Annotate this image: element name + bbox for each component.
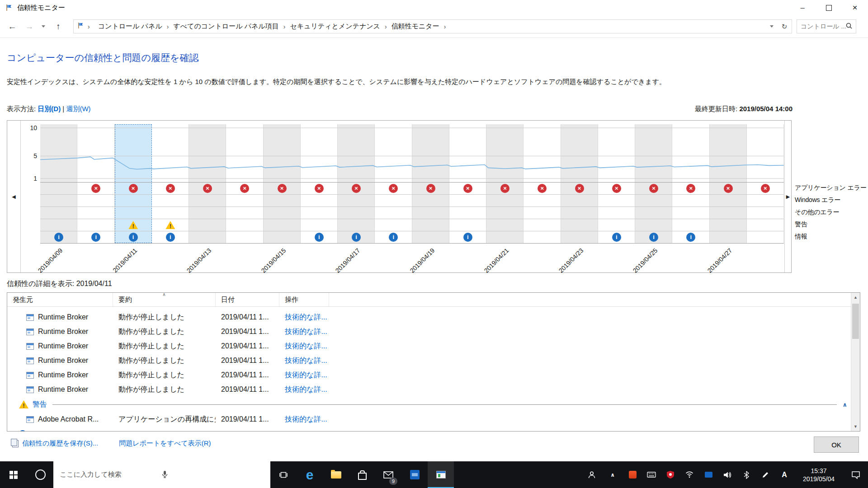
action-link[interactable]: 技術的な詳... — [279, 327, 329, 337]
chart-day-column[interactable] — [672, 124, 709, 243]
chart-day-column[interactable] — [189, 124, 226, 243]
view-daily-link[interactable]: 日別(D) — [38, 105, 61, 113]
control-panel-search-box[interactable]: コントロール ... — [797, 19, 856, 33]
refresh-button[interactable]: ↻ — [778, 20, 791, 33]
chart-day-column[interactable] — [40, 124, 77, 243]
group-header-row[interactable]: !警告∧ — [7, 397, 851, 412]
view-weekly-link[interactable]: 週別(W) — [66, 105, 90, 113]
column-header[interactable]: 発生元 — [7, 293, 113, 306]
file-explorer-icon — [331, 471, 341, 479]
chart-day-column[interactable] — [524, 124, 561, 243]
table-row[interactable]: Runtime Broker動作が停止しました2019/04/11 1...技術… — [7, 382, 851, 397]
table-row[interactable]: Runtime Broker動作が停止しました2019/04/11 1...技術… — [7, 368, 851, 382]
maximize-button[interactable] — [816, 0, 842, 15]
search-input[interactable]: コントロール ... — [801, 23, 846, 31]
chart-day-column[interactable] — [226, 124, 263, 243]
scrollbar-down-arrow[interactable]: ▼ — [851, 422, 860, 431]
chart-day-column[interactable] — [77, 124, 114, 243]
action-link[interactable]: технｉ — [279, 306, 329, 308]
close-button[interactable]: × — [842, 0, 868, 15]
chart-day-column[interactable] — [449, 124, 486, 243]
table-row[interactable]: Adobe Acrobat R...アプリケーションの再構成に失...2019/… — [7, 412, 851, 427]
chart-scroll-left-button[interactable]: ◀ — [7, 121, 21, 272]
task-view-button[interactable] — [270, 461, 297, 488]
people-button[interactable] — [581, 461, 602, 488]
address-bar[interactable]: › コントロール パネル›すべてのコントロール パネル項目›セキュリティとメンテ… — [73, 19, 792, 33]
breadcrumb-item[interactable]: コントロール パネル — [97, 22, 163, 31]
vertical-scrollbar[interactable]: ▲ ▼ — [851, 293, 860, 431]
taskbar-app-window[interactable] — [401, 461, 428, 488]
address-dropdown-button[interactable] — [765, 20, 778, 33]
save-history-link[interactable]: 信頼性の履歴を保存(S)... — [12, 439, 98, 448]
tray-expand-button[interactable]: ∧ — [602, 461, 623, 488]
tray-icon-ime[interactable]: A — [775, 461, 794, 488]
chart-day-column[interactable] — [152, 124, 189, 243]
taskbar-clock[interactable]: 15:37 2019/05/04 — [794, 461, 844, 488]
collapse-chevron-icon[interactable]: ∧ — [842, 401, 847, 408]
breadcrumb-item[interactable]: すべてのコントロール パネル項目 — [172, 22, 279, 31]
action-center-button[interactable] — [844, 461, 868, 488]
taskbar-app-explorer[interactable] — [323, 461, 349, 488]
table-row[interactable]: Runtime Broker動作が停止しました2019/04/11 1...技術… — [7, 353, 851, 368]
history-dropdown-button[interactable] — [39, 19, 48, 34]
microphone-icon[interactable] — [162, 470, 264, 479]
scrollbar-thumb[interactable] — [852, 304, 859, 339]
breadcrumb-item[interactable]: セキュリティとメンテナンス — [289, 22, 381, 31]
action-link[interactable]: 技術的な詳... — [279, 356, 329, 366]
action-link[interactable]: 技術的な詳... — [279, 342, 329, 351]
action-link[interactable]: 技術的な詳... — [279, 385, 329, 394]
cortana-button[interactable] — [27, 461, 53, 488]
column-header[interactable]: 操作 — [279, 293, 329, 306]
back-button[interactable]: ← — [5, 19, 20, 34]
action-link[interactable]: 技術的な詳... — [279, 371, 329, 380]
minimize-button[interactable]: ─ — [789, 0, 816, 15]
chart-day-column[interactable] — [561, 124, 598, 243]
summary-cell: 動作が停止しました — [113, 313, 216, 322]
chart-day-column[interactable] — [486, 124, 524, 243]
table-row-partial: Runtime Broker動作が停止しました2019/04/11 1...те… — [7, 306, 851, 310]
scrollbar-up-arrow[interactable]: ▲ — [851, 293, 860, 302]
chart-day-column[interactable] — [747, 124, 784, 243]
taskbar-app-reliability-monitor[interactable] — [428, 461, 454, 488]
table-row[interactable]: Runtime Broker動作が停止しました2019/04/11 1...те… — [7, 306, 851, 310]
tray-icon-pen[interactable] — [756, 461, 775, 488]
ok-button[interactable]: OK — [814, 436, 859, 453]
chart-scroll-right-button[interactable]: ▶ — [784, 121, 791, 272]
chart-day-column[interactable] — [301, 124, 338, 243]
action-link[interactable]: 技術的な詳... — [279, 415, 329, 424]
view-all-reports-link[interactable]: 問題レポートをすべて表示(R) — [119, 439, 211, 448]
chevron-up-icon: ∧ — [610, 472, 615, 478]
chart-day-column[interactable] — [264, 124, 301, 243]
chart-day-column[interactable] — [375, 124, 412, 243]
tray-icon-keyboard[interactable] — [642, 461, 661, 488]
column-header[interactable]: 日付 — [216, 293, 279, 306]
table-row[interactable]: Runtime Broker動作が停止しました2019/04/11 1...技術… — [7, 324, 851, 339]
column-header[interactable]: 要約∧ — [113, 293, 216, 306]
chart-day-column[interactable] — [635, 124, 672, 243]
application-icon — [26, 372, 34, 379]
table-row[interactable]: Runtime Broker動作が停止しました2019/04/11 1...技術… — [7, 310, 851, 324]
up-button[interactable]: ↑ — [51, 19, 66, 34]
tray-icon-shield[interactable] — [661, 461, 680, 488]
action-link[interactable]: 技術的な詳... — [279, 313, 329, 322]
chart-day-column[interactable] — [338, 124, 375, 243]
taskbar-app-mail[interactable]: 9 — [375, 461, 401, 488]
tray-icon-volume[interactable] — [718, 461, 737, 488]
forward-button[interactable]: → — [22, 19, 37, 34]
chart-day-column[interactable] — [412, 124, 449, 243]
tray-icon-app[interactable] — [623, 461, 642, 488]
taskbar-app-edge[interactable]: e — [297, 461, 323, 488]
column-header-filler — [329, 293, 851, 306]
chart-day-column[interactable] — [598, 124, 635, 243]
taskbar-search-box[interactable]: ここに入力して検索 — [53, 461, 270, 488]
chart-day-column[interactable] — [115, 124, 152, 243]
breadcrumb-separator-icon: › — [84, 23, 94, 30]
start-button[interactable] — [0, 461, 27, 488]
table-row[interactable]: Runtime Broker動作が停止しました2019/04/11 1...技術… — [7, 339, 851, 353]
tray-icon-network[interactable] — [680, 461, 699, 488]
tray-icon-display[interactable] — [699, 461, 718, 488]
chart-day-column[interactable] — [710, 124, 747, 243]
breadcrumb-item[interactable]: 信頼性モニター — [391, 22, 440, 31]
tray-icon-bluetooth[interactable] — [737, 461, 756, 488]
taskbar-app-store[interactable] — [349, 461, 375, 488]
